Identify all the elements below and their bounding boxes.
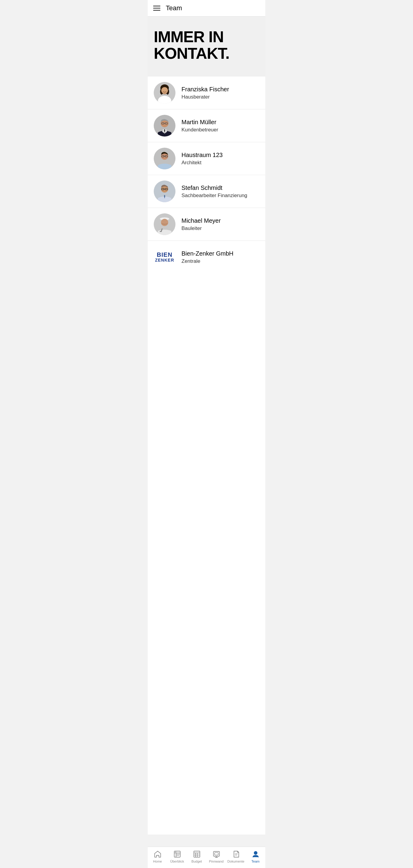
team-info-haustraum-123: Haustraum 123 Architekt (181, 152, 223, 166)
bottom-nav: Home Überblick Budget (148, 846, 265, 868)
hero-section: IMMER IN KONTAKT. (148, 17, 265, 76)
nav-item-pinnwand[interactable]: Pinnwand (207, 850, 226, 863)
team-name: Martin Müller (181, 119, 218, 126)
nav-label-team: Team (252, 860, 260, 863)
nav-item-ueberblick[interactable]: Überblick (168, 850, 186, 863)
team-icon (252, 850, 260, 858)
team-item-haustraum-123[interactable]: Haustraum 123 Architekt (148, 142, 265, 175)
menu-button[interactable] (153, 6, 160, 10)
svg-point-42 (254, 851, 257, 855)
team-info-michael-meyer: Michael Meyer Bauleiter (181, 217, 221, 231)
team-info-franziska-fischer: Franziska Fischer Hausberater (181, 86, 229, 100)
pinboard-icon (212, 850, 221, 858)
team-info-bien-zenker-gmbh: Bien-Zenker GmbH Zentrale (181, 250, 233, 264)
nav-item-budget[interactable]: Budget (188, 850, 206, 863)
nav-item-home[interactable]: Home (149, 850, 167, 863)
team-item-bien-zenker-gmbh[interactable]: BIEN ZENKER Bien-Zenker GmbH Zentrale (148, 241, 265, 273)
avatar-martin-muller (154, 115, 175, 136)
nav-item-dokumente[interactable]: Dokumente (227, 850, 245, 863)
nav-item-team[interactable]: Team (246, 850, 265, 863)
budget-icon (193, 850, 201, 858)
team-item-martin-muller[interactable]: Martin Müller Kundenbetreuer (148, 110, 265, 142)
home-icon (153, 850, 162, 858)
team-name: Bien-Zenker GmbH (181, 250, 233, 257)
nav-label-ueberblick: Überblick (170, 860, 184, 863)
team-role: Kundenbetreuer (181, 127, 218, 133)
nav-label-budget: Budget (191, 860, 202, 863)
overview-icon (173, 850, 181, 858)
hero-text: IMMER IN KONTAKT. (154, 29, 259, 61)
avatar-haustraum-123 (154, 148, 175, 169)
team-item-stefan-schmidt[interactable]: Stefan Schmidt Sachbearbeiter Finanzieru… (148, 175, 265, 208)
team-list: Franziska Fischer Hausberater (148, 76, 265, 835)
team-name: Stefan Schmidt (181, 184, 247, 191)
team-role: Bauleiter (181, 225, 221, 231)
documents-icon (232, 850, 240, 858)
svg-rect-36 (213, 851, 219, 856)
team-name: Michael Meyer (181, 217, 221, 224)
header: Team (148, 0, 265, 17)
avatar-franziska-fischer (154, 82, 175, 104)
svg-rect-39 (215, 852, 218, 855)
svg-point-6 (161, 87, 168, 94)
avatar-stefan-schmidt (154, 181, 175, 202)
svg-rect-31 (194, 851, 200, 857)
avatar-michael-meyer (154, 213, 175, 235)
team-info-martin-muller: Martin Müller Kundenbetreuer (181, 119, 218, 133)
team-item-michael-meyer[interactable]: Michael Meyer Bauleiter (148, 208, 265, 241)
team-role: Sachbearbeiter Finanzierung (181, 193, 247, 198)
nav-label-pinnwand: Pinnwand (209, 860, 224, 863)
team-role: Architekt (181, 160, 223, 166)
team-role: Zentrale (181, 258, 233, 264)
team-info-stefan-schmidt: Stefan Schmidt Sachbearbeiter Finanzieru… (181, 184, 247, 198)
team-role: Hausberater (181, 94, 229, 100)
spacer (148, 835, 265, 846)
team-name: Franziska Fischer (181, 86, 229, 93)
header-title: Team (166, 4, 182, 12)
nav-label-dokumente: Dokumente (227, 860, 244, 863)
nav-label-home: Home (153, 860, 162, 863)
team-item-franziska-fischer[interactable]: Franziska Fischer Hausberater (148, 76, 265, 110)
svg-point-24 (161, 219, 168, 226)
team-name: Haustraum 123 (181, 152, 223, 158)
bien-zenker-logo: BIEN ZENKER (154, 246, 175, 268)
